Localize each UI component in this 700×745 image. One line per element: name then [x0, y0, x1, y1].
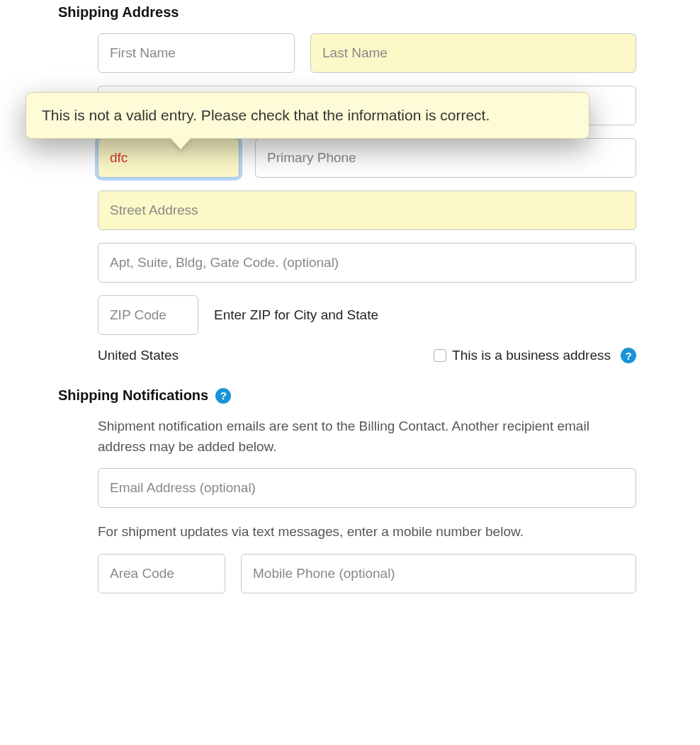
help-icon[interactable]: ? [621, 348, 636, 363]
mobile-phone-field[interactable] [241, 554, 636, 593]
country-label: United States [98, 348, 179, 363]
help-icon[interactable]: ? [215, 388, 231, 404]
zip-code-field[interactable] [98, 295, 198, 335]
sms-notification-intro: For shipment updates via text messages, … [98, 522, 636, 542]
email-notification-intro: Shipment notification emails are sent to… [98, 416, 636, 457]
mobile-area-code-field[interactable] [98, 554, 225, 593]
notification-email-field[interactable] [98, 468, 636, 508]
area-code-field[interactable] [98, 138, 239, 178]
business-address-checkbox[interactable] [434, 349, 446, 362]
street-address-field[interactable] [98, 190, 636, 230]
apt-suite-field[interactable] [98, 243, 636, 283]
last-name-field[interactable] [310, 33, 636, 73]
validation-tooltip: This is not a valid entry. Please check … [26, 92, 589, 139]
primary-phone-field[interactable] [255, 138, 636, 178]
shipping-notifications-title: Shipping Notifications [58, 387, 208, 404]
business-address-label: This is a business address [452, 348, 611, 363]
zip-hint-text: Enter ZIP for City and State [214, 307, 378, 323]
shipping-address-title: Shipping Address [58, 4, 700, 21]
first-name-field[interactable] [98, 33, 295, 73]
